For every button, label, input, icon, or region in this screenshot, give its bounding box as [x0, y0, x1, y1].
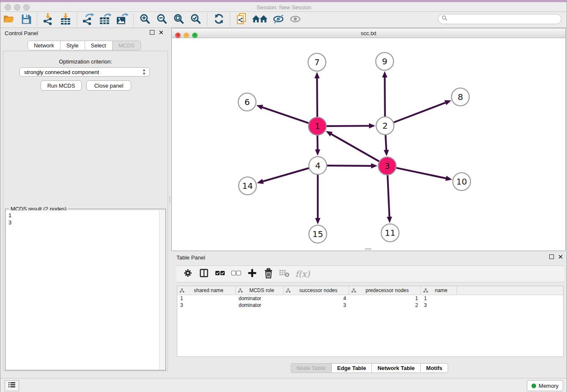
search-field[interactable] [438, 14, 561, 24]
save-session-button[interactable] [17, 13, 34, 27]
graph-node-label-15: 15 [312, 229, 323, 239]
table-row[interactable]: 3dominator323 [177, 302, 563, 309]
delete-column-button[interactable] [276, 267, 292, 281]
table-cell[interactable]: 2 [349, 302, 421, 308]
table-cell[interactable]: 3 [177, 302, 236, 308]
task-history-button[interactable] [5, 380, 19, 391]
tab-network[interactable]: Network [28, 41, 60, 50]
column-header-predecessor-nodes[interactable]: predecessor nodes [349, 286, 421, 295]
edge-4-3[interactable] [327, 166, 372, 166]
close-table-panel-icon[interactable]: ✕ [558, 254, 563, 259]
tab-network-table[interactable]: Network Table [372, 363, 420, 373]
edge-3-11[interactable] [388, 175, 389, 218]
home-layout-button[interactable] [250, 13, 270, 27]
zoom-fit-button[interactable] [171, 13, 187, 27]
column-header-MCDS-role[interactable]: MCDS role [236, 286, 284, 295]
run-mcds-button[interactable]: Run MCDS [41, 80, 82, 91]
canvas-scroll-handle[interactable] [365, 248, 372, 250]
edge-1-7[interactable] [317, 77, 317, 117]
table-cell[interactable]: 3 [284, 302, 349, 308]
float-panel-icon[interactable] [150, 30, 154, 35]
node-table[interactable]: shared nameMCDS rolesuccessor nodesprede… [177, 286, 564, 357]
edge-3-10[interactable] [396, 168, 447, 179]
refresh-layout-button[interactable] [210, 13, 227, 27]
table-cell[interactable]: dominator [236, 295, 284, 301]
import-network-button[interactable] [40, 13, 57, 27]
edge-2-8[interactable] [394, 102, 446, 122]
table-cell[interactable]: 1 [177, 295, 236, 301]
tab-edge-table[interactable]: Edge Table [331, 363, 372, 373]
result-scrollbar[interactable] [159, 210, 165, 370]
table-row[interactable]: 1dominator411 [177, 295, 563, 302]
column-header-shared-name[interactable]: shared name [177, 286, 236, 295]
tab-node-table[interactable]: Node Table [291, 363, 331, 373]
table-cell[interactable]: 4 [284, 295, 349, 301]
table-cell[interactable]: 3 [421, 302, 457, 308]
gear-icon [183, 268, 193, 280]
control-panel-title: Control Panel [5, 30, 38, 36]
show-all-button[interactable] [287, 13, 304, 27]
table-cell[interactable]: 1 [421, 295, 457, 301]
export-image-button[interactable] [114, 13, 131, 27]
zoom-selected-button[interactable] [187, 13, 204, 27]
zoom-out-button[interactable] [154, 13, 171, 27]
criterion-dropdown-value: strongly connected component [24, 69, 99, 75]
search-icon [442, 15, 448, 23]
graph-node-label-8: 8 [458, 92, 463, 102]
delete-row-button[interactable] [260, 267, 276, 281]
criterion-dropdown[interactable]: strongly connected component ▲▼ [19, 67, 150, 77]
graph-node-label-9: 9 [382, 56, 388, 66]
toolbar-separator [230, 14, 231, 26]
close-panel-icon[interactable]: ✕ [158, 30, 164, 35]
tab-select[interactable]: Select [85, 41, 112, 50]
toolbar-separator [133, 14, 134, 26]
network-graph-canvas[interactable]: 7968124314101511 [172, 38, 565, 251]
table-cell[interactable]: dominator [236, 302, 284, 308]
edge-arrowhead [257, 179, 264, 184]
edge-4-14[interactable] [262, 168, 309, 182]
export-table-button[interactable] [97, 13, 114, 27]
edge-2-3[interactable] [385, 135, 386, 151]
column-header-successor-nodes[interactable]: successor nodes [284, 286, 349, 295]
open-session-button[interactable] [0, 13, 17, 27]
select-all-button[interactable] [212, 267, 228, 281]
edge-arrowhead [315, 149, 320, 156]
clone-network-button[interactable] [233, 13, 250, 27]
hierarchy-icon [238, 288, 243, 293]
close-panel-button[interactable]: Close panel [86, 80, 131, 91]
add-row-button[interactable] [244, 267, 260, 281]
table-settings-button[interactable] [180, 267, 196, 281]
float-table-panel-icon[interactable] [549, 254, 554, 259]
hierarchy-icon [286, 288, 291, 293]
edge-1-2[interactable] [327, 126, 370, 126]
node-table-body[interactable]: 1dominator4113dominator323 [177, 295, 563, 309]
edge-1-6[interactable] [261, 107, 308, 123]
import-network-icon [42, 13, 55, 27]
deselect-all-button[interactable] [228, 267, 244, 281]
column-header-name[interactable]: name [421, 286, 457, 295]
hide-selected-button[interactable] [270, 13, 287, 27]
toolbar-separator [207, 14, 208, 26]
graph-node-label-2: 2 [383, 121, 388, 131]
edge-arrowhead [315, 218, 320, 224]
table-cell[interactable]: 1 [349, 295, 421, 301]
tab-mcds[interactable]: MCDS [112, 41, 141, 50]
vertical-splitter[interactable] [168, 28, 171, 377]
import-table-button[interactable] [57, 13, 74, 27]
clone-network-icon [236, 13, 248, 27]
tab-motifs[interactable]: Motifs [420, 363, 448, 373]
search-input[interactable] [450, 16, 561, 23]
mcds-panel: Optimization criterion: strongly connect… [3, 51, 168, 371]
show-column-button[interactable] [196, 267, 212, 281]
zoom-in-button[interactable] [137, 13, 154, 27]
node-table-header[interactable]: shared nameMCDS rolesuccessor nodesprede… [177, 286, 563, 295]
function-builder-button[interactable]: f(x) [292, 267, 313, 281]
graph-node-label-10: 10 [456, 177, 467, 187]
memory-status-icon [531, 384, 536, 388]
edge-3-1[interactable] [330, 134, 379, 161]
edge-2-9[interactable] [385, 77, 385, 116]
export-network-button[interactable] [80, 13, 97, 27]
network-window-titlebar[interactable]: ✕−+ scc.txt [172, 28, 565, 38]
memory-button[interactable]: Memory [527, 380, 563, 391]
tab-style[interactable]: Style [60, 41, 85, 50]
